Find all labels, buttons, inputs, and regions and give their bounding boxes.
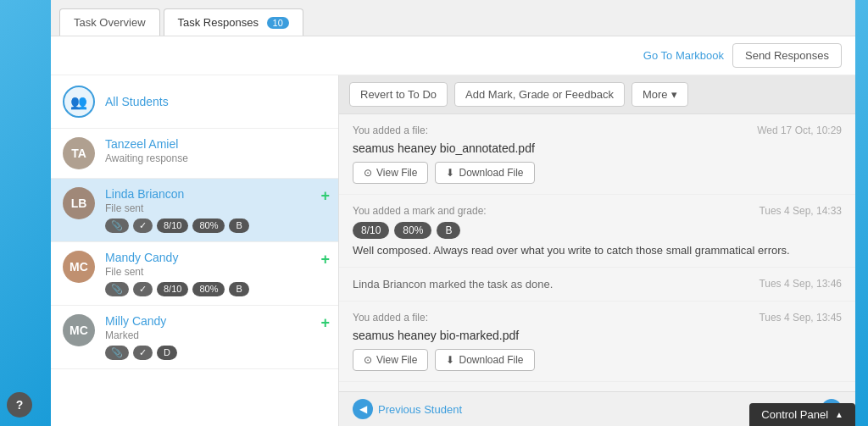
badge-score: 8/10 [157, 282, 188, 296]
eye-icon: ⊙ [364, 354, 372, 366]
student-name: Mandy Candy [105, 251, 326, 264]
avatar: MC [63, 314, 95, 346]
left-sidebar: 👥 All Students TA Tanzeel Amiel Awaiting… [51, 75, 339, 426]
download-icon: ⬇ [446, 354, 454, 366]
badge-grade: B [229, 219, 248, 233]
student-badges: 📎 ✓ 8/10 80% B [105, 282, 326, 296]
view-file-button[interactable]: ⊙ View File [353, 162, 428, 184]
student-row[interactable]: MC Milly Candy Marked 📎 ✓ D + [51, 306, 338, 369]
student-name: Tanzeel Amiel [105, 137, 326, 151]
badge-attachment: 📎 [105, 219, 129, 233]
feed-meta: You added a file: [353, 124, 428, 136]
plus-icon: + [320, 187, 330, 205]
feed-timestamp: Tues 4 Sep, 13:46 [759, 278, 842, 290]
avatar: MC [63, 251, 95, 283]
student-name: Linda Briancon [105, 187, 326, 201]
feed-item: You added a mark and grade: Tues 4 Sep, … [339, 195, 855, 268]
feed-filename: seamus heaney bio-marked.pdf [353, 329, 842, 342]
student-status: Awaiting response [105, 152, 326, 164]
feed-filename: seamus heaney bio_annotated.pdf [353, 141, 842, 155]
student-row[interactable]: TA Tanzeel Amiel Awaiting response [51, 129, 338, 179]
download-file-button[interactable]: ⬇ Download File [435, 162, 534, 184]
badge-check: ✓ [133, 219, 153, 233]
student-status: Marked [105, 329, 326, 341]
student-row[interactable]: MC Mandy Candy File sent 📎 ✓ 8/10 80% B … [51, 242, 338, 306]
tab-badge: 10 [267, 17, 289, 29]
add-mark-grade-feedback-button[interactable]: Add Mark, Grade or Feedback [454, 82, 625, 107]
feed-notification: Linda Briancon marked the task as done. … [339, 268, 855, 302]
revert-to-todo-button[interactable]: Revert to To Do [349, 82, 448, 107]
download-icon: ⬇ [446, 167, 454, 179]
badge-attachment: 📎 [105, 346, 129, 360]
notification-text: Linda Briancon marked the task as done. [353, 278, 553, 290]
plus-icon: + [320, 251, 330, 268]
feed-notification: Linda Briancon added a file: Tues... [339, 382, 855, 391]
feed-timestamp: Wed 17 Oct, 10:29 [757, 124, 842, 136]
feed: You added a file: Wed 17 Oct, 10:29 seam… [339, 114, 855, 391]
previous-arrow-icon: ◀ [353, 399, 373, 419]
previous-student-button[interactable]: ◀ Previous Student [353, 399, 462, 419]
tabs-bar: Task Overview Task Responses 10 [51, 0, 855, 36]
feed-buttons: ⊙ View File ⬇ Download File [353, 162, 842, 184]
feed-timestamp: Tues 4 Sep, 13:45 [759, 312, 842, 324]
mark-badges: 8/10 80% B [353, 222, 842, 239]
feed-item: You added a file: Tues 4 Sep, 13:45 seam… [339, 302, 855, 382]
feed-timestamp: Tues 4 Sep, 14:33 [759, 205, 842, 217]
more-button[interactable]: More ▾ [632, 82, 688, 107]
badge-grade: D [157, 346, 177, 360]
all-students-icon: 👥 [63, 86, 95, 118]
student-status: File sent [105, 266, 326, 278]
badge-grade: B [437, 222, 460, 239]
badge-score: 8/10 [353, 222, 389, 239]
feed-meta: You added a mark and grade: [353, 205, 487, 217]
help-button[interactable]: ? [7, 392, 32, 418]
control-panel-button[interactable]: Control Panel ▲ [749, 403, 855, 426]
chevron-up-icon: ▲ [835, 410, 843, 419]
feed-meta: You added a file: [353, 312, 428, 324]
avatar: LB [63, 187, 95, 219]
feed-buttons: ⊙ View File ⬇ Download File [353, 349, 842, 371]
view-file-button[interactable]: ⊙ View File [353, 349, 428, 371]
badge-attachment: 📎 [105, 282, 129, 296]
feed-comment: Well composed. Always read over what you… [353, 244, 842, 257]
panel-actions: Revert to To Do Add Mark, Grade or Feedb… [339, 75, 855, 114]
all-students-row[interactable]: 👥 All Students [51, 75, 338, 129]
avatar: TA [63, 137, 95, 169]
all-students-label: All Students [105, 95, 169, 108]
badge-percent: 80% [192, 219, 225, 233]
student-status: File sent [105, 202, 326, 214]
badge-check: ✓ [133, 346, 153, 360]
right-column: Revert to To Do Add Mark, Grade or Feedb… [339, 75, 855, 426]
badge-score: 8/10 [157, 219, 188, 233]
badge-grade: B [229, 282, 248, 296]
student-badges: 📎 ✓ 8/10 80% B [105, 219, 326, 233]
tab-task-responses[interactable]: Task Responses 10 [164, 8, 303, 36]
student-badges: 📎 ✓ D [105, 346, 326, 360]
go-to-markbook-button[interactable]: Go To Markbook [643, 49, 724, 62]
send-responses-button[interactable]: Send Responses [732, 43, 842, 68]
top-action-bar: Go To Markbook Send Responses [51, 36, 855, 75]
tab-task-overview[interactable]: Task Overview [59, 8, 160, 36]
badge-check: ✓ [133, 282, 153, 296]
feed-item: You added a file: Wed 17 Oct, 10:29 seam… [339, 114, 855, 195]
plus-icon: + [320, 314, 330, 332]
control-panel-label: Control Panel [761, 408, 828, 421]
badge-percent: 80% [192, 282, 225, 296]
chevron-down-icon: ▾ [671, 88, 677, 101]
badge-percent: 80% [394, 222, 431, 239]
content-area: 👥 All Students TA Tanzeel Amiel Awaiting… [51, 75, 855, 426]
student-row[interactable]: LB Linda Briancon File sent 📎 ✓ 8/10 80%… [51, 179, 338, 242]
eye-icon: ⊙ [364, 167, 372, 179]
student-name: Milly Candy [105, 314, 326, 328]
download-file-button[interactable]: ⬇ Download File [435, 349, 534, 371]
